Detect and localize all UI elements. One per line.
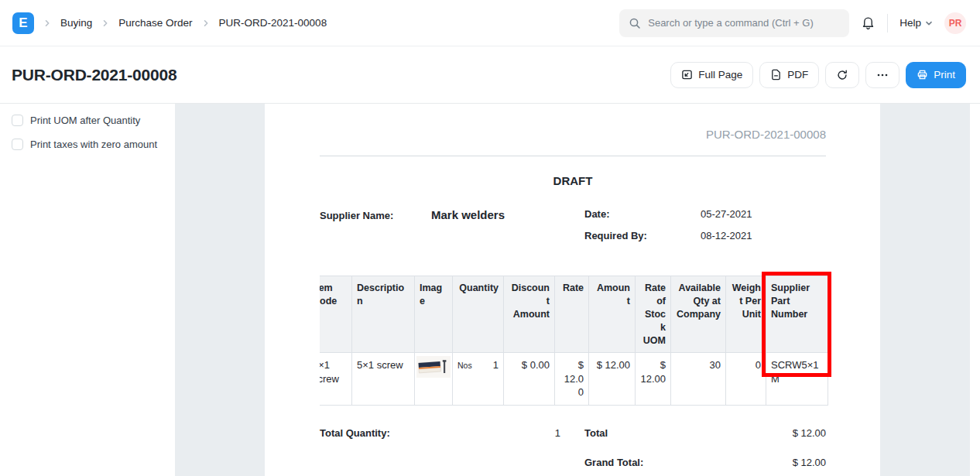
full-page-icon (681, 69, 693, 80)
scrollbar-track[interactable] (970, 104, 980, 476)
print-label: Print (934, 69, 955, 80)
refresh-button[interactable] (825, 62, 859, 88)
total-label: Total (584, 427, 701, 439)
checkbox-icon[interactable] (12, 115, 23, 126)
page-head: PUR-ORD-2021-00008 Full Page PDF (0, 46, 980, 104)
help-label: Help (899, 17, 921, 29)
erpnext-logo[interactable]: E (12, 12, 34, 34)
help-menu[interactable]: Help (899, 17, 933, 29)
workspace: Print UOM after Quantity Print taxes wit… (0, 104, 980, 476)
cell-image (415, 353, 453, 406)
breadcrumb: E Buying Purchase Order PUR-ORD-2021-000… (12, 12, 327, 34)
col-rate: Rate (555, 276, 589, 353)
col-discount-amount: Discount Amount (504, 276, 555, 353)
col-description: Description (352, 276, 415, 353)
navbar-right: Help PR (619, 9, 966, 37)
cell-item-code: 5×1 screw (320, 353, 352, 406)
cell-supplier-part-number: SCRW5×1M (766, 353, 828, 406)
navbar: E Buying Purchase Order PUR-ORD-2021-000… (0, 0, 980, 46)
breadcrumb-item-current[interactable]: PUR-ORD-2021-00008 (219, 17, 327, 29)
full-page-button[interactable]: Full Page (670, 62, 753, 88)
breadcrumb-item-purchase-order[interactable]: Purchase Order (118, 17, 192, 29)
cell-rate-of-stock-uom: $ 12.00 (636, 353, 671, 406)
print-settings-sidebar: Print UOM after Quantity Print taxes wit… (0, 104, 175, 476)
date-label: Date: (584, 208, 701, 220)
col-item-code: Item Code (320, 276, 352, 353)
checkbox-print-uom-after-quantity[interactable]: Print UOM after Quantity (12, 115, 167, 126)
pdf-file-icon (770, 69, 782, 80)
search-icon (629, 17, 641, 29)
print-button[interactable]: Print (906, 62, 966, 88)
chevron-right-icon (101, 19, 109, 27)
total-quantity-value: 1 (555, 427, 560, 476)
chevron-right-icon (202, 19, 210, 27)
col-quantity: Quantity (453, 276, 504, 353)
cell-description: 5×1 screw (352, 353, 415, 406)
items-table-section: Item Code Description Image Quantity Dis… (320, 276, 826, 406)
supplier-name-label: Supplier Name: (320, 210, 431, 221)
document-info: Supplier Name: Mark welders Date: 05-27-… (320, 208, 826, 252)
chevron-right-icon (43, 19, 51, 27)
total-quantity-label: Total Quantity: (320, 427, 390, 476)
total-value: $ 12.00 (701, 427, 826, 439)
pdf-button[interactable]: PDF (759, 62, 819, 88)
grand-total-label: Grand Total: (584, 457, 701, 468)
product-image (416, 356, 451, 378)
more-actions-button[interactable] (865, 62, 899, 88)
col-supplier-part-number: Supplier Part Number (766, 276, 828, 353)
page-actions: Full Page PDF Print (670, 62, 966, 88)
cell-quantity: Nos 1 (453, 353, 504, 406)
checkbox-print-taxes-zero-amount[interactable]: Print taxes with zero amount (12, 139, 167, 150)
notifications-button[interactable] (861, 15, 875, 30)
breadcrumb-item-buying[interactable]: Buying (60, 17, 92, 29)
search-input[interactable] (648, 17, 840, 29)
table-row: 5×1 screw 5×1 screw (320, 353, 828, 406)
col-rate-of-stock-uom: Rate of Stock UOM (636, 276, 671, 353)
page-title: PUR-ORD-2021-00008 (12, 66, 177, 84)
print-page: PUR-ORD-2021-00008 DRAFT Supplier Name: … (265, 104, 880, 476)
checkbox-label: Print taxes with zero amount (30, 139, 157, 150)
quantity-value: 1 (493, 358, 499, 372)
cell-discount-amount: $ 0.00 (504, 353, 555, 406)
required-by-label: Required By: (584, 230, 701, 241)
checkbox-icon[interactable] (12, 139, 23, 150)
chevron-down-icon (925, 19, 933, 27)
document-heading: PUR-ORD-2021-00008 (320, 128, 826, 156)
pdf-label: PDF (787, 69, 808, 80)
ellipsis-icon (876, 69, 889, 81)
printer-icon (917, 69, 928, 80)
col-image: Image (415, 276, 453, 353)
cell-available-qty: 30 (671, 353, 726, 406)
supplier-name-value: Mark welders (431, 208, 505, 221)
col-weight-per-unit: Weight Per Unit (726, 276, 766, 353)
bell-icon (861, 15, 875, 30)
user-avatar[interactable]: PR (944, 12, 966, 34)
grand-total-value: $ 12.00 (701, 457, 826, 468)
required-by-value: 08-12-2021 (701, 230, 752, 241)
print-preview-area: PUR-ORD-2021-00008 DRAFT Supplier Name: … (175, 104, 970, 476)
totals-section: Total Quantity: 1 Total $ 12.00 Grand To… (320, 427, 826, 476)
checkbox-label: Print UOM after Quantity (30, 115, 140, 126)
full-page-label: Full Page (698, 69, 742, 80)
col-available-qty: Available Qty at Company (671, 276, 726, 353)
cell-amount: $ 12.00 (589, 353, 636, 406)
refresh-icon (836, 69, 848, 81)
col-amount: Amount (589, 276, 636, 353)
table-header-row: Item Code Description Image Quantity Dis… (320, 276, 828, 353)
date-value: 05-27-2021 (701, 208, 752, 220)
cell-rate: $ 12.00 (555, 353, 589, 406)
uom-value: Nos (457, 358, 472, 371)
items-table: Item Code Description Image Quantity Dis… (320, 276, 828, 406)
navbar-divider (887, 14, 888, 33)
status-draft: DRAFT (320, 174, 826, 187)
cell-weight-per-unit: 0 (726, 353, 766, 406)
global-search[interactable] (619, 9, 849, 37)
